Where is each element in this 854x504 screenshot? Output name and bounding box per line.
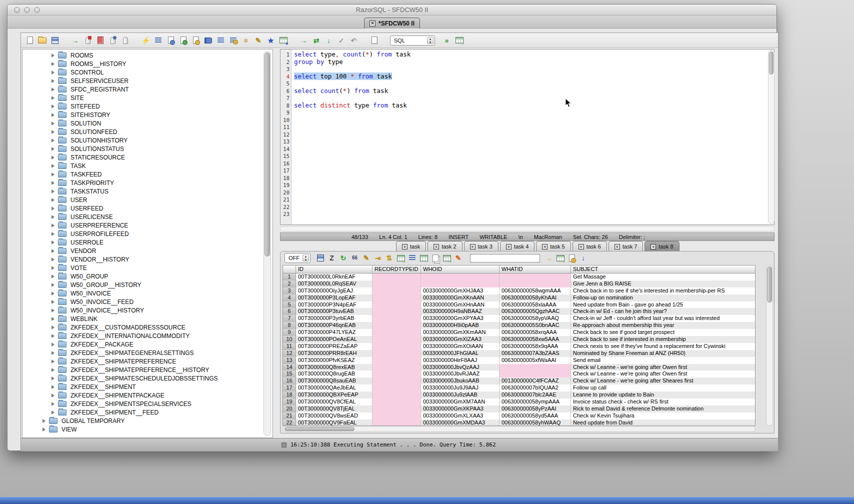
disclosure-triangle-icon[interactable] <box>52 300 54 304</box>
row-number-cell[interactable]: 16 <box>283 378 296 384</box>
null-cell[interactable] <box>372 343 421 350</box>
tree-item-w50_invoice__feed[interactable]: W50_INVOICE__FEED <box>22 298 272 306</box>
cell[interactable]: 00T3000000QV8TjEAL <box>296 406 372 412</box>
cell[interactable]: 0033000000JbukoAAB <box>421 378 500 384</box>
code-line[interactable]: select count(*) from task <box>294 88 774 95</box>
sort-list-icon[interactable]: ≡ <box>241 36 250 45</box>
null-cell[interactable] <box>372 288 421 294</box>
document-search-icon[interactable] <box>166 36 176 45</box>
cell[interactable]: 006300000058yKhAAI <box>500 294 571 302</box>
null-cell[interactable] <box>421 280 500 288</box>
tree-item-rooms[interactable]: ROOMS <box>22 51 272 60</box>
tree-item-zkfedex__shipmatepreference__history[interactable]: ZKFEDEX__SHIPMATEPREFERENCE__HISTORY <box>22 366 272 374</box>
cell[interactable]: 0033000000JbvRJAAZ <box>421 370 500 378</box>
tree-item-w50_invoice__history[interactable]: W50_INVOICE__HISTORY <box>22 306 272 314</box>
close-tab-icon[interactable]: ✕ <box>506 244 512 250</box>
code-line[interactable] <box>294 204 774 211</box>
disclosure-triangle-icon[interactable] <box>52 104 54 108</box>
cell[interactable]: Check back to see if good target prospec… <box>571 329 756 336</box>
document-edit-icon[interactable] <box>191 36 200 45</box>
tree-item-rooms__history[interactable]: ROOMS__HISTORY <box>22 60 272 68</box>
result-tab-task-3[interactable]: ✕task 3 <box>464 241 498 252</box>
row-number-cell[interactable]: 12 <box>283 350 296 357</box>
cell[interactable]: Re-approach about membership this year <box>571 322 756 329</box>
titlebar[interactable]: RazorSQL - SFDCW50 II <box>8 4 776 16</box>
table-row[interactable]: 1800T3000000QBXPeEAP0033000000Ju9zlAAB00… <box>283 392 755 398</box>
table-row[interactable]: 1600T3000000Q8sauEAB0033000000JbukoAAB00… <box>283 378 755 384</box>
null-cell[interactable] <box>421 274 500 280</box>
row-number-cell[interactable]: 11 <box>283 343 296 350</box>
disclosure-triangle-icon[interactable] <box>52 292 54 296</box>
notes-document-icon[interactable] <box>370 36 379 45</box>
format-sql-icon[interactable]: ✎ <box>254 36 263 45</box>
code-line[interactable] <box>294 116 774 124</box>
search-forward-icon[interactable]: → <box>544 254 554 263</box>
code-line[interactable] <box>294 210 774 218</box>
filter-list-icon[interactable] <box>228 36 238 45</box>
table-row[interactable]: 1100T3000000PREZaEAP0033000000GmXOiAAN00… <box>283 343 755 350</box>
tree-item-solutionfeed[interactable]: SOLUTIONFEED <box>22 128 272 136</box>
row-number-cell[interactable]: 10 <box>283 336 296 343</box>
row-number-cell[interactable]: 3 <box>283 288 296 294</box>
cell[interactable]: 006300000058xw5AAA <box>500 336 571 343</box>
grid-vertical-scrollbar[interactable] <box>766 265 773 426</box>
disclosure-triangle-icon[interactable] <box>52 368 54 372</box>
results-table-icon[interactable] <box>454 36 464 45</box>
tree-item-sitefeed[interactable]: SITEFEED <box>22 102 272 110</box>
cell[interactable]: 0033000000GmXM7AAN <box>421 398 500 406</box>
code-line[interactable] <box>294 196 774 204</box>
tree-item-zkfedex__customaddresssource[interactable]: ZKFEDEX__CUSTOMADDRESSSOURCE <box>22 323 272 332</box>
null-cell[interactable] <box>372 406 421 412</box>
cell[interactable]: Follow-up on nomination <box>571 294 756 302</box>
code-line[interactable]: group by type <box>294 58 774 66</box>
grid-scrollbar-thumb[interactable] <box>767 266 772 302</box>
cell[interactable]: 00630000007A3bZAAS <box>500 350 571 357</box>
cell[interactable]: Check nexis to see if they've found a re… <box>571 343 756 350</box>
cell[interactable]: 00630000007blc2AAE <box>500 392 571 398</box>
row-limit-select[interactable]: OFF ▲▼ <box>284 253 310 263</box>
cell[interactable]: Get Massage <box>571 274 756 280</box>
tree-item-sfdc_registrant[interactable]: SFDC_REGISTRANT <box>22 85 272 94</box>
null-cell[interactable] <box>372 274 421 280</box>
table-row[interactable]: 1300T3000000PfvKSEAZ0033000000HirF8AAJ00… <box>283 357 755 364</box>
cell[interactable]: Need update from David <box>571 420 756 426</box>
column-list-icon[interactable] <box>408 254 417 263</box>
disclosure-triangle-icon[interactable] <box>52 342 54 346</box>
row-number-cell[interactable]: 20 <box>283 406 296 412</box>
tree-item-taskfeed[interactable]: TASKFEED <box>22 170 272 178</box>
cell[interactable]: 0033000000H9aNBAAZ <box>421 308 500 315</box>
cell[interactable]: 00T3000000PfvKSEAZ <box>296 357 372 364</box>
sync-arrows-icon[interactable]: ⇄ <box>312 36 321 45</box>
grid-hscrollbar-thumb[interactable] <box>284 427 354 431</box>
cell[interactable]: 0033000000JFhGlAAL <box>421 350 500 357</box>
tree-item-w50_group__history[interactable]: W50_GROUP__HISTORY <box>22 280 272 289</box>
cell[interactable]: 006300000058ympAAA <box>500 398 571 406</box>
tree-scrollbar[interactable] <box>264 51 271 436</box>
cell[interactable]: Check w/ Leanne - we're going after Owen… <box>571 370 756 378</box>
null-cell[interactable] <box>372 329 421 336</box>
row-number-cell[interactable]: 15 <box>283 370 296 378</box>
result-tab-task-5[interactable]: ✕task 5 <box>536 241 570 252</box>
code-line[interactable] <box>294 66 774 73</box>
disclosure-triangle-icon[interactable] <box>52 410 54 414</box>
export-data-icon[interactable] <box>556 254 565 263</box>
cell[interactable]: 00T3000000Q8sauEAB <box>296 378 372 384</box>
result-tab-task-6[interactable]: ✕task 6 <box>572 241 607 252</box>
null-cell[interactable] <box>372 357 421 364</box>
grid-horizontal-scrollbar[interactable] <box>282 426 756 432</box>
cell[interactable]: 00630000005QgzhAAC <box>500 308 571 315</box>
table-row[interactable]: 2200T3000000QV9FaEAL0033000000GmXMDAA300… <box>283 420 755 426</box>
tree-item-taskstatus[interactable]: TASKSTATUS <box>22 187 272 196</box>
cell[interactable]: Check w/ Kevin Tsujihara <box>571 412 756 420</box>
close-tab-icon[interactable]: ✕ <box>542 244 548 250</box>
close-tab-icon[interactable]: ✕ <box>434 244 439 250</box>
row-number-cell[interactable]: 6 <box>283 308 296 315</box>
save-file-icon[interactable] <box>50 36 60 45</box>
disclosure-triangle-icon[interactable] <box>52 376 54 380</box>
disclosure-triangle-icon[interactable] <box>52 326 54 330</box>
close-tab-icon[interactable]: ✕ <box>650 244 656 250</box>
null-cell[interactable] <box>372 294 421 302</box>
null-cell[interactable] <box>372 370 421 378</box>
cell[interactable]: Check back to see if interested in membe… <box>571 336 756 343</box>
code-line[interactable] <box>294 182 774 189</box>
